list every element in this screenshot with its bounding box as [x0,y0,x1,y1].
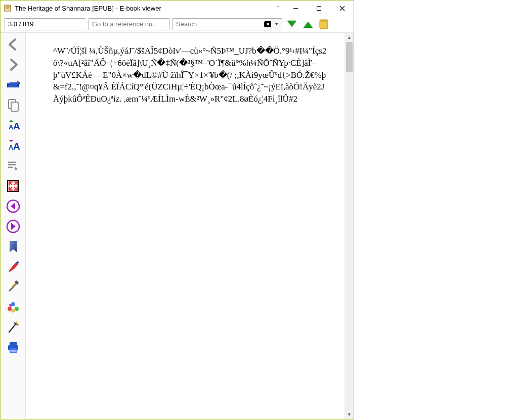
search-input[interactable] [173,20,264,28]
toc-button[interactable] [3,156,23,175]
font-decrease-button[interactable]: AA [3,136,23,155]
reference-input[interactable] [89,18,169,30]
svg-rect-3 [317,6,321,10]
metadata-button[interactable] [3,298,23,317]
scroll-up-button[interactable]: ▲ [345,33,354,42]
back-button[interactable] [3,35,23,54]
search-clear-icon[interactable]: ✕ [264,19,272,30]
svg-text:A: A [13,121,20,131]
app-icon [4,4,12,12]
reader-content: ^W¨/ÚÍ¦šl ¼,ÙŠñµ,ýáJ˜/$šAÎ5¢DòIv'—cù«°~Ñ… [26,33,344,419]
svg-rect-7 [11,102,18,111]
font-increase-button[interactable]: AA [3,116,23,135]
svg-rect-24 [10,342,17,345]
vertical-scrollbar[interactable]: ▲ ▼ [344,33,354,419]
svg-rect-1 [5,6,10,11]
highlight-button[interactable] [3,257,23,276]
lookup-button[interactable] [3,318,23,337]
titlebar: The Heritage of Shannara [EPUB] - E-book… [1,1,354,16]
fullscreen-button[interactable] [3,176,23,196]
svg-point-21 [15,307,19,311]
bookmark-button[interactable] [3,237,23,256]
svg-point-22 [11,309,15,313]
copy-button[interactable] [3,96,23,115]
next-page-button[interactable] [3,217,23,236]
scroll-down-button[interactable]: ▼ [345,410,354,419]
scroll-track[interactable] [345,42,354,410]
print-button[interactable] [3,338,23,357]
content-body: ^W¨/ÚÍ¦šl ¼,ÙŠñµ,ýáJ˜/$šAÎ5¢DòIv'—cù«°~Ñ… [53,45,328,105]
search-prev-button[interactable] [301,19,315,30]
scroll-thumb[interactable] [346,42,353,72]
open-book-button[interactable] [3,75,23,95]
title-overflow-cue: ¨ [275,6,281,11]
preferences-button[interactable] [3,277,23,297]
page-number-field[interactable]: ▲ ▼ [5,18,85,30]
scroll-icon[interactable] [318,18,330,30]
window-title: The Heritage of Shannara [EPUB] - E-book… [15,5,161,12]
page-input[interactable] [5,19,96,30]
search-field[interactable]: ✕ [172,18,271,30]
maximize-button[interactable] [307,1,330,16]
svg-text:A: A [13,141,20,152]
svg-rect-26 [10,348,17,353]
svg-point-23 [9,304,12,307]
close-button[interactable] [330,1,354,16]
forward-button[interactable] [3,55,23,74]
toolbar: ▲ ▼ ✕ [1,16,354,33]
prev-page-button[interactable] [3,197,23,216]
search-dropdown-button[interactable] [271,18,282,30]
minimize-button[interactable] [284,1,307,16]
search-next-button[interactable] [285,19,298,30]
sidebar: AA AA [1,33,26,419]
svg-point-20 [8,307,12,311]
